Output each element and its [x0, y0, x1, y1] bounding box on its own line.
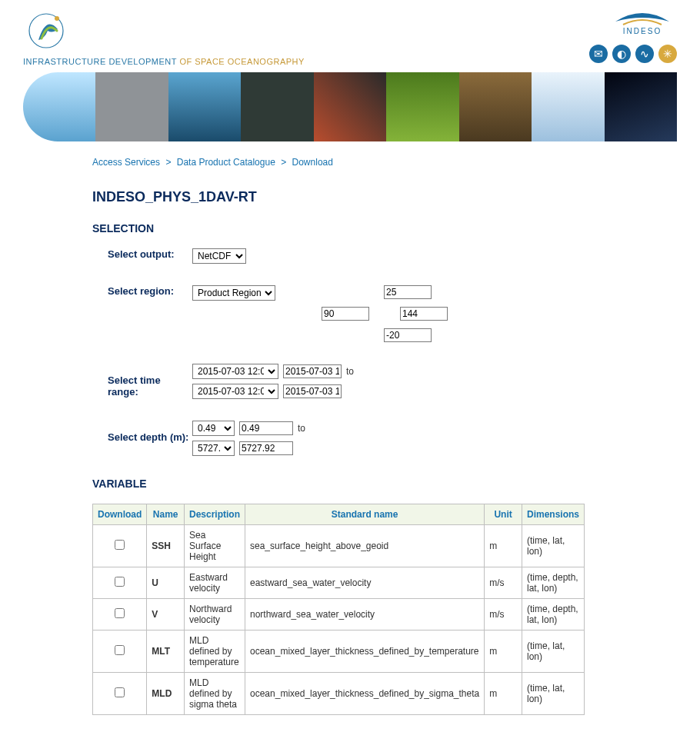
depth-min-select[interactable]: 0.49	[192, 421, 235, 436]
page-title: INDESO_PHYS_1DAV-RT	[92, 189, 677, 205]
variable-unit: m	[485, 525, 522, 567]
breadcrumb: Access Services > Data Product Catalogue…	[92, 157, 677, 168]
variable-name: U	[147, 567, 185, 599]
indeso-logo-icon: INDESO	[608, 8, 677, 38]
table-row: MLTMLD defined by temperatureocean_mixed…	[93, 631, 585, 673]
time-end-input[interactable]	[283, 384, 342, 398]
variable-description: Sea Surface Height	[185, 525, 245, 567]
ministry-logo-icon	[23, 8, 77, 54]
region-east-input[interactable]	[400, 307, 448, 321]
region-north-input[interactable]	[384, 285, 432, 299]
variable-name: V	[147, 599, 185, 631]
header-icon-row: ✉ ◐ ∿ ✳	[589, 45, 677, 63]
variable-dimensions: (time, lat, lon)	[522, 525, 584, 567]
variable-checkbox[interactable]	[115, 577, 125, 587]
table-row: UEastward velocityeastward_sea_water_vel…	[93, 567, 585, 599]
breadcrumb-link-access-services[interactable]: Access Services	[92, 157, 160, 168]
breadcrumb-sep: >	[162, 157, 174, 168]
th-unit: Unit	[485, 504, 522, 525]
section-selection: SELECTION	[92, 222, 677, 235]
breadcrumb-sep: >	[278, 157, 289, 168]
breadcrumb-link-catalogue[interactable]: Data Product Catalogue	[177, 157, 275, 168]
th-description: Description	[185, 504, 245, 525]
globe-icon[interactable]: ◐	[612, 45, 631, 63]
time-to-label: to	[346, 366, 354, 377]
variable-description: Northward velocity	[185, 599, 245, 631]
hero-banner	[23, 72, 677, 141]
label-region: Select region:	[92, 285, 192, 297]
variable-unit: m/s	[485, 567, 522, 599]
table-row: MLDMLD defined by sigma thetaocean_mixed…	[93, 673, 585, 715]
mail-icon[interactable]: ✉	[589, 45, 608, 63]
variable-standard: sea_surface_height_above_geoid	[245, 525, 485, 567]
label-time: Select time range:	[92, 364, 192, 398]
variable-standard: ocean_mixed_layer_thickness_defined_by_t…	[245, 631, 485, 673]
region-preset-select[interactable]: Product Region	[192, 285, 275, 301]
table-row: VNorthward velocitynorthward_sea_water_v…	[93, 599, 585, 631]
variable-unit: m/s	[485, 599, 522, 631]
label-output: Select output:	[92, 248, 192, 260]
variable-name: MLT	[147, 631, 185, 673]
svg-point-1	[55, 16, 59, 21]
time-start-select[interactable]: 2015-07-03 12:00:00	[192, 364, 278, 379]
variable-name: MLD	[147, 673, 185, 715]
variable-standard: ocean_mixed_layer_thickness_defined_by_s…	[245, 673, 485, 715]
brand-tagline: INFRASTRUCTURE DEVELOPMENT OF SPACE OCEA…	[23, 57, 305, 66]
section-variable: VARIABLE	[92, 477, 677, 490]
th-download: Download	[93, 504, 147, 525]
th-name: Name	[147, 504, 185, 525]
variable-unit: m	[485, 631, 522, 673]
time-start-input[interactable]	[283, 364, 342, 378]
variable-dimensions: (time, depth, lat, lon)	[522, 599, 584, 631]
fish-icon[interactable]: ∿	[635, 45, 654, 63]
variable-dimensions: (time, lat, lon)	[522, 673, 584, 715]
time-end-select[interactable]: 2015-07-03 12:00:00	[192, 384, 278, 399]
depth-max-select[interactable]: 5727.92	[192, 441, 235, 456]
output-select[interactable]: NetCDF	[192, 248, 246, 264]
depth-min-input[interactable]	[239, 421, 293, 435]
th-standard: Standard name	[245, 504, 485, 525]
variables-table: Download Name Description Standard name …	[92, 504, 585, 715]
breadcrumb-link-download[interactable]: Download	[292, 157, 333, 168]
variable-checkbox[interactable]	[115, 540, 125, 550]
variable-description: Eastward velocity	[185, 567, 245, 599]
variable-standard: eastward_sea_water_velocity	[245, 567, 485, 599]
depth-max-input[interactable]	[239, 441, 293, 455]
brand-right: INDESO ✉ ◐ ∿ ✳	[589, 8, 677, 63]
variable-description: MLD defined by sigma theta	[185, 673, 245, 715]
page-header: INFRASTRUCTURE DEVELOPMENT OF SPACE OCEA…	[23, 0, 677, 72]
variable-name: SSH	[147, 525, 185, 567]
region-south-input[interactable]	[384, 328, 432, 342]
label-depth: Select depth (m):	[92, 421, 192, 443]
gear-icon[interactable]: ✳	[658, 45, 677, 63]
variable-checkbox[interactable]	[115, 608, 125, 618]
variable-standard: northward_sea_water_velocity	[245, 599, 485, 631]
svg-text:INDESO: INDESO	[623, 27, 662, 35]
region-west-input[interactable]	[322, 307, 369, 321]
variable-checkbox[interactable]	[115, 645, 125, 655]
table-row: SSHSea Surface Heightsea_surface_height_…	[93, 525, 585, 567]
variable-unit: m	[485, 673, 522, 715]
th-dimensions: Dimensions	[522, 504, 584, 525]
variable-dimensions: (time, depth, lat, lon)	[522, 567, 584, 599]
variable-dimensions: (time, lat, lon)	[522, 631, 584, 673]
variable-description: MLD defined by temperature	[185, 631, 245, 673]
brand-left: INFRASTRUCTURE DEVELOPMENT OF SPACE OCEA…	[23, 8, 305, 66]
depth-to-label: to	[298, 423, 305, 434]
variable-checkbox[interactable]	[115, 687, 125, 697]
